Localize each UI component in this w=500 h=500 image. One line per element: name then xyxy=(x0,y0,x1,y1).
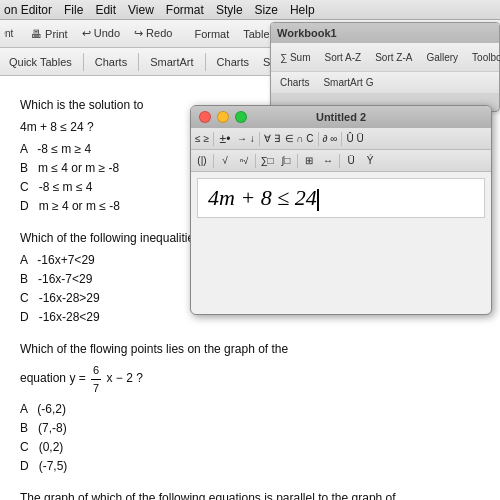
menu-item-edit[interactable]: Edit xyxy=(95,3,116,17)
wb-sort-za-btn[interactable]: Sort Z-A xyxy=(370,50,417,65)
eq-special2-btn[interactable]: Ý xyxy=(361,152,379,170)
sep6 xyxy=(205,53,206,71)
eq-content: 4m + 8 ≤ 24 xyxy=(208,185,319,211)
eq-arrow2-btn[interactable]: ↔ xyxy=(319,152,337,170)
eq-titlebar: Untitled 2 xyxy=(191,106,491,128)
eq-partial-btn[interactable]: ∂ ∞ xyxy=(321,130,340,148)
q4-text: The graph of which of the following equa… xyxy=(20,489,480,500)
eq-sep7 xyxy=(297,154,298,168)
close-button[interactable] xyxy=(199,111,211,123)
eq-sep8 xyxy=(339,154,340,168)
eq-integral-btn[interactable]: ∫□ xyxy=(277,152,295,170)
eq-sep2 xyxy=(259,132,260,146)
redo-btn[interactable]: ↪ Redo xyxy=(129,25,177,42)
maximize-button[interactable] xyxy=(235,111,247,123)
workbook-title: Workbook1 xyxy=(277,27,337,39)
eq-sqrt-btn[interactable]: √ xyxy=(216,152,234,170)
eq-set-btn[interactable]: ∈ ∩ C xyxy=(283,130,316,148)
eq-leq-geq-btn[interactable]: ≤ ≥ xyxy=(193,130,211,148)
sep5 xyxy=(138,53,139,71)
minimize-button[interactable] xyxy=(217,111,229,123)
question-4: The graph of which of the following equa… xyxy=(20,489,480,500)
menu-item-size[interactable]: Size xyxy=(255,3,278,17)
menu-item-file[interactable]: File xyxy=(64,3,83,17)
q3-text: Which of the flowing points lies on the … xyxy=(20,340,480,358)
eq-bracket-btn[interactable]: (|) xyxy=(193,152,211,170)
wb-sort-az-btn[interactable]: Sort A-Z xyxy=(319,50,366,65)
wb-charts-btn[interactable]: Charts xyxy=(275,75,314,90)
eq-special1-btn[interactable]: Ü xyxy=(342,152,360,170)
eq-title: Untitled 2 xyxy=(316,111,366,123)
eq-sep3 xyxy=(318,132,319,146)
q3-choice-d: D (-7,5) xyxy=(20,457,480,475)
equation-editor-window: Untitled 2 ≤ ≥ ±• → ↓ ∀ ∃ ∈ ∩ C ∂ ∞ Û Ü … xyxy=(190,105,492,315)
q3-eq: equation y = 67 x − 2 ? xyxy=(20,362,480,396)
workbook-toolbar1: ∑ Sum Sort A-Z Sort Z-A Gallery Toolbox xyxy=(271,43,499,71)
workbook-toolbar2: Charts SmartArt G xyxy=(271,71,499,93)
q3-choice-b: B (7,-8) xyxy=(20,419,480,437)
word-menubar: on Editor File Edit View Format Style Si… xyxy=(0,0,500,20)
q3-choice-a: A (-6,2) xyxy=(20,400,480,418)
eq-sep5 xyxy=(213,154,214,168)
eq-forall-btn[interactable]: ∀ ∃ xyxy=(262,130,282,148)
eq-sep6 xyxy=(255,154,256,168)
doc-name-btn[interactable]: inter beak assignment.doc [Compatibility… xyxy=(4,26,14,41)
eq-matrix-btn[interactable]: ⊞ xyxy=(300,152,318,170)
eq-nsqrt-btn[interactable]: ⁿ√ xyxy=(235,152,253,170)
undo-btn[interactable]: ↩ Undo xyxy=(77,25,125,42)
charts2-btn[interactable]: Charts xyxy=(212,54,254,70)
eq-toolbar1: ≤ ≥ ±• → ↓ ∀ ∃ ∈ ∩ C ∂ ∞ Û Ü xyxy=(191,128,491,150)
eq-display[interactable]: 4m + 8 ≤ 24 xyxy=(197,178,485,218)
eq-arrow-btn[interactable]: ±• xyxy=(216,130,234,148)
menu-item-help[interactable]: Help xyxy=(290,3,315,17)
eq-toolbar2: (|) √ ⁿ√ ∑□ ∫□ ⊞ ↔ Ü Ý xyxy=(191,150,491,172)
text-cursor xyxy=(317,189,319,211)
menu-item-editor[interactable]: on Editor xyxy=(4,3,52,17)
q3-choice-c: C (0,2) xyxy=(20,438,480,456)
wb-gallery-btn[interactable]: Gallery xyxy=(421,50,463,65)
eq-arrows-btn[interactable]: → ↓ xyxy=(235,130,257,148)
print-btn[interactable]: 🖶 Print xyxy=(26,26,73,42)
eq-sep4 xyxy=(341,132,342,146)
charts-btn[interactable]: Charts xyxy=(90,54,132,70)
wb-toolbox-btn[interactable]: Toolbox xyxy=(467,50,500,65)
eq-umlaut-btn[interactable]: Û Ü xyxy=(344,130,365,148)
menu-item-format[interactable]: Format xyxy=(166,3,204,17)
wb-sum-btn[interactable]: ∑ Sum xyxy=(275,50,315,65)
sep4 xyxy=(83,53,84,71)
smartart-btn[interactable]: SmartArt xyxy=(145,54,198,70)
question-3: Which of the flowing points lies on the … xyxy=(20,340,480,475)
eq-sum-btn[interactable]: ∑□ xyxy=(258,152,276,170)
menu-item-style[interactable]: Style xyxy=(216,3,243,17)
quick-tables-btn[interactable]: Quick Tables xyxy=(4,54,77,70)
menu-item-view[interactable]: View xyxy=(128,3,154,17)
eq-sep1 xyxy=(213,132,214,146)
workbook-titlebar: Workbook1 xyxy=(271,23,499,43)
wb-smartart-btn[interactable]: SmartArt G xyxy=(318,75,378,90)
workbook-window: Workbook1 ∑ Sum Sort A-Z Sort Z-A Galler… xyxy=(270,22,500,112)
format-btn[interactable]: Format xyxy=(189,26,234,42)
